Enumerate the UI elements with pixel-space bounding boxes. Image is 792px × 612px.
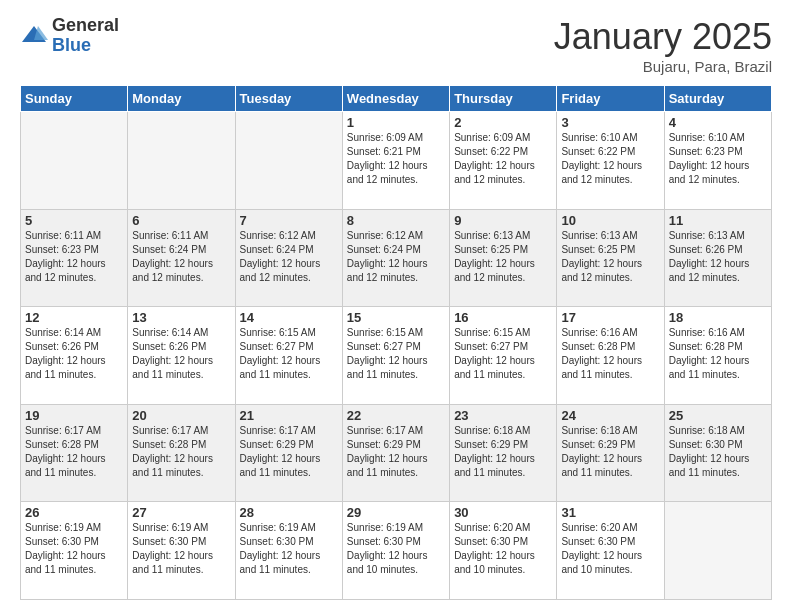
header-sunday: Sunday <box>21 86 128 112</box>
day-number: 30 <box>454 505 552 520</box>
table-row: 29Sunrise: 6:19 AMSunset: 6:30 PMDayligh… <box>342 502 449 600</box>
table-row: 10Sunrise: 6:13 AMSunset: 6:25 PMDayligh… <box>557 209 664 307</box>
table-row: 9Sunrise: 6:13 AMSunset: 6:25 PMDaylight… <box>450 209 557 307</box>
table-row <box>235 112 342 210</box>
logo-general-label: General <box>52 16 119 36</box>
day-info: Sunrise: 6:14 AMSunset: 6:26 PMDaylight:… <box>25 326 123 382</box>
table-row: 21Sunrise: 6:17 AMSunset: 6:29 PMDayligh… <box>235 404 342 502</box>
day-info: Sunrise: 6:10 AMSunset: 6:23 PMDaylight:… <box>669 131 767 187</box>
table-row: 27Sunrise: 6:19 AMSunset: 6:30 PMDayligh… <box>128 502 235 600</box>
day-info: Sunrise: 6:17 AMSunset: 6:28 PMDaylight:… <box>132 424 230 480</box>
day-info: Sunrise: 6:14 AMSunset: 6:26 PMDaylight:… <box>132 326 230 382</box>
header-monday: Monday <box>128 86 235 112</box>
day-info: Sunrise: 6:11 AMSunset: 6:23 PMDaylight:… <box>25 229 123 285</box>
day-info: Sunrise: 6:13 AMSunset: 6:25 PMDaylight:… <box>561 229 659 285</box>
day-info: Sunrise: 6:15 AMSunset: 6:27 PMDaylight:… <box>240 326 338 382</box>
day-info: Sunrise: 6:12 AMSunset: 6:24 PMDaylight:… <box>347 229 445 285</box>
calendar-week-row: 1Sunrise: 6:09 AMSunset: 6:21 PMDaylight… <box>21 112 772 210</box>
day-info: Sunrise: 6:16 AMSunset: 6:28 PMDaylight:… <box>561 326 659 382</box>
day-number: 22 <box>347 408 445 423</box>
day-number: 9 <box>454 213 552 228</box>
day-number: 10 <box>561 213 659 228</box>
day-info: Sunrise: 6:09 AMSunset: 6:22 PMDaylight:… <box>454 131 552 187</box>
day-info: Sunrise: 6:18 AMSunset: 6:29 PMDaylight:… <box>454 424 552 480</box>
day-info: Sunrise: 6:09 AMSunset: 6:21 PMDaylight:… <box>347 131 445 187</box>
day-info: Sunrise: 6:16 AMSunset: 6:28 PMDaylight:… <box>669 326 767 382</box>
logo: General Blue <box>20 16 119 56</box>
day-info: Sunrise: 6:15 AMSunset: 6:27 PMDaylight:… <box>454 326 552 382</box>
day-number: 14 <box>240 310 338 325</box>
day-number: 20 <box>132 408 230 423</box>
day-number: 13 <box>132 310 230 325</box>
day-number: 17 <box>561 310 659 325</box>
table-row: 20Sunrise: 6:17 AMSunset: 6:28 PMDayligh… <box>128 404 235 502</box>
day-number: 1 <box>347 115 445 130</box>
day-number: 2 <box>454 115 552 130</box>
table-row: 7Sunrise: 6:12 AMSunset: 6:24 PMDaylight… <box>235 209 342 307</box>
table-row: 4Sunrise: 6:10 AMSunset: 6:23 PMDaylight… <box>664 112 771 210</box>
day-info: Sunrise: 6:19 AMSunset: 6:30 PMDaylight:… <box>240 521 338 577</box>
table-row: 6Sunrise: 6:11 AMSunset: 6:24 PMDaylight… <box>128 209 235 307</box>
table-row: 30Sunrise: 6:20 AMSunset: 6:30 PMDayligh… <box>450 502 557 600</box>
table-row: 31Sunrise: 6:20 AMSunset: 6:30 PMDayligh… <box>557 502 664 600</box>
table-row: 28Sunrise: 6:19 AMSunset: 6:30 PMDayligh… <box>235 502 342 600</box>
day-info: Sunrise: 6:12 AMSunset: 6:24 PMDaylight:… <box>240 229 338 285</box>
table-row: 23Sunrise: 6:18 AMSunset: 6:29 PMDayligh… <box>450 404 557 502</box>
header: General Blue January 2025 Bujaru, Para, … <box>20 16 772 75</box>
day-info: Sunrise: 6:20 AMSunset: 6:30 PMDaylight:… <box>561 521 659 577</box>
day-info: Sunrise: 6:18 AMSunset: 6:29 PMDaylight:… <box>561 424 659 480</box>
table-row: 19Sunrise: 6:17 AMSunset: 6:28 PMDayligh… <box>21 404 128 502</box>
svg-marker-1 <box>34 26 48 40</box>
table-row: 1Sunrise: 6:09 AMSunset: 6:21 PMDaylight… <box>342 112 449 210</box>
day-number: 6 <box>132 213 230 228</box>
table-row: 5Sunrise: 6:11 AMSunset: 6:23 PMDaylight… <box>21 209 128 307</box>
header-thursday: Thursday <box>450 86 557 112</box>
table-row: 13Sunrise: 6:14 AMSunset: 6:26 PMDayligh… <box>128 307 235 405</box>
table-row: 16Sunrise: 6:15 AMSunset: 6:27 PMDayligh… <box>450 307 557 405</box>
day-number: 21 <box>240 408 338 423</box>
day-info: Sunrise: 6:17 AMSunset: 6:29 PMDaylight:… <box>240 424 338 480</box>
table-row: 11Sunrise: 6:13 AMSunset: 6:26 PMDayligh… <box>664 209 771 307</box>
calendar-title: January 2025 <box>554 16 772 58</box>
day-number: 19 <box>25 408 123 423</box>
logo-icon <box>20 22 48 50</box>
day-info: Sunrise: 6:20 AMSunset: 6:30 PMDaylight:… <box>454 521 552 577</box>
day-info: Sunrise: 6:13 AMSunset: 6:25 PMDaylight:… <box>454 229 552 285</box>
logo-text: General Blue <box>52 16 119 56</box>
day-info: Sunrise: 6:18 AMSunset: 6:30 PMDaylight:… <box>669 424 767 480</box>
calendar-header-row: Sunday Monday Tuesday Wednesday Thursday… <box>21 86 772 112</box>
day-number: 23 <box>454 408 552 423</box>
title-block: January 2025 Bujaru, Para, Brazil <box>554 16 772 75</box>
day-number: 8 <box>347 213 445 228</box>
day-info: Sunrise: 6:17 AMSunset: 6:28 PMDaylight:… <box>25 424 123 480</box>
table-row: 15Sunrise: 6:15 AMSunset: 6:27 PMDayligh… <box>342 307 449 405</box>
table-row <box>21 112 128 210</box>
table-row: 18Sunrise: 6:16 AMSunset: 6:28 PMDayligh… <box>664 307 771 405</box>
day-number: 29 <box>347 505 445 520</box>
calendar-table: Sunday Monday Tuesday Wednesday Thursday… <box>20 85 772 600</box>
calendar-week-row: 5Sunrise: 6:11 AMSunset: 6:23 PMDaylight… <box>21 209 772 307</box>
day-number: 12 <box>25 310 123 325</box>
table-row: 2Sunrise: 6:09 AMSunset: 6:22 PMDaylight… <box>450 112 557 210</box>
day-number: 26 <box>25 505 123 520</box>
table-row <box>128 112 235 210</box>
table-row <box>664 502 771 600</box>
table-row: 22Sunrise: 6:17 AMSunset: 6:29 PMDayligh… <box>342 404 449 502</box>
header-saturday: Saturday <box>664 86 771 112</box>
header-tuesday: Tuesday <box>235 86 342 112</box>
day-number: 27 <box>132 505 230 520</box>
day-info: Sunrise: 6:10 AMSunset: 6:22 PMDaylight:… <box>561 131 659 187</box>
day-number: 25 <box>669 408 767 423</box>
day-number: 28 <box>240 505 338 520</box>
day-number: 3 <box>561 115 659 130</box>
table-row: 17Sunrise: 6:16 AMSunset: 6:28 PMDayligh… <box>557 307 664 405</box>
day-number: 4 <box>669 115 767 130</box>
day-info: Sunrise: 6:19 AMSunset: 6:30 PMDaylight:… <box>347 521 445 577</box>
page: General Blue January 2025 Bujaru, Para, … <box>0 0 792 612</box>
calendar-week-row: 19Sunrise: 6:17 AMSunset: 6:28 PMDayligh… <box>21 404 772 502</box>
table-row: 8Sunrise: 6:12 AMSunset: 6:24 PMDaylight… <box>342 209 449 307</box>
day-number: 7 <box>240 213 338 228</box>
day-info: Sunrise: 6:19 AMSunset: 6:30 PMDaylight:… <box>132 521 230 577</box>
day-info: Sunrise: 6:19 AMSunset: 6:30 PMDaylight:… <box>25 521 123 577</box>
day-number: 18 <box>669 310 767 325</box>
